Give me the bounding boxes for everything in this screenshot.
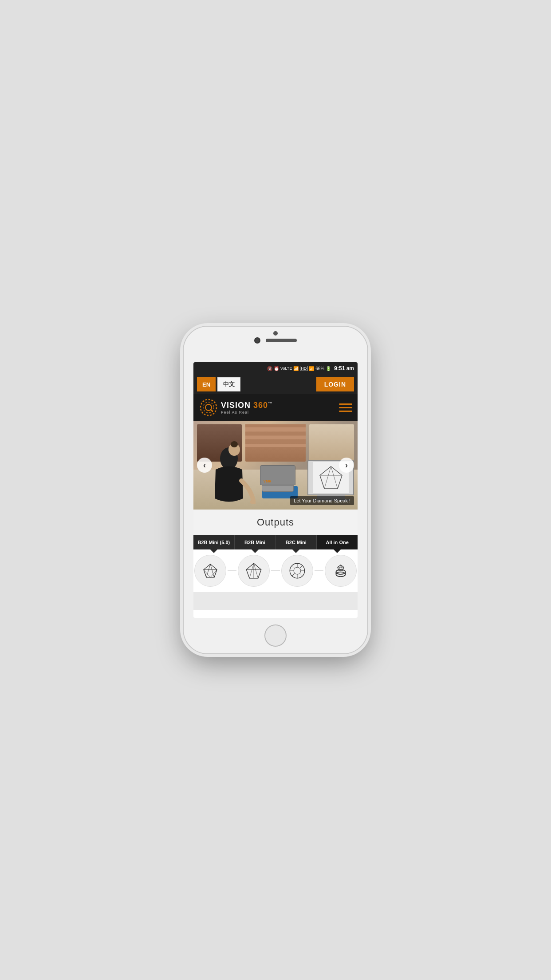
hd-icon: HD [300,366,307,371]
tab-arrow-3 [292,549,299,553]
hamburger-line-2 [339,407,352,408]
mute-icon: 🔇 [267,366,272,371]
diamond-top-icon [287,561,307,581]
outputs-title: Outputs [193,517,358,528]
logo-text: VISION 360™ Feel As Real [221,401,272,415]
lang-zh-button[interactable]: 中文 [217,377,240,391]
hamburger-menu[interactable] [339,403,352,412]
status-icons: 🔇 ⏰ VoLTE 📶 HD 📶 66% 🔋 9:51 am [267,365,354,371]
alarm-icon: ⏰ [274,366,279,371]
svg-line-34 [292,565,295,568]
battery-label: 66% [315,366,324,371]
front-camera [254,337,260,344]
signal-icon: 📶 [309,366,314,371]
svg-line-14 [206,564,210,577]
phone-top [184,327,367,362]
svg-line-22 [246,563,254,569]
svg-line-19 [204,569,206,577]
hamburger-line-3 [339,411,352,412]
prev-arrow-icon: ‹ [203,461,206,470]
home-button[interactable] [264,624,287,647]
brand-name: VISION 360™ [221,401,272,410]
tab-arrow-1 [210,549,217,553]
svg-line-35 [300,573,303,576]
svg-line-15 [210,564,214,577]
svg-point-6 [231,441,238,447]
outputs-section: Outputs B2B Mini (5.0) B2B Mini B2C Mini… [193,510,358,592]
tab-b2b-mini[interactable]: B2B Mini [235,535,276,549]
svg-line-26 [254,563,261,569]
icon-diamond-top[interactable] [281,555,313,587]
time-label: 9:51 am [334,365,354,371]
svg-line-18 [210,569,217,577]
next-arrow-icon: › [345,461,348,470]
tab-arrow-2 [252,549,259,553]
sensor-dot [273,331,278,336]
phone-shell: 🔇 ⏰ VoLTE 📶 HD 📶 66% 🔋 9:51 am EN 中文 LOG… [184,327,367,653]
svg-line-37 [292,573,295,576]
lang-login-bar: EN 中文 LOGIN [193,375,358,394]
connector-1 [228,570,236,571]
icon-diamond-front[interactable] [238,555,270,587]
battery-icon: 🔋 [326,366,331,371]
diamond-side-icon [201,561,220,581]
svg-line-36 [300,565,303,568]
svg-line-17 [204,569,210,577]
nav-bar: VISION 360™ Feel As Real [193,394,358,421]
phone-screen: 🔇 ⏰ VoLTE 📶 HD 📶 66% 🔋 9:51 am EN 中文 LOG… [193,362,358,618]
svg-line-25 [254,563,258,578]
tab-b2b-mini-50[interactable]: B2B Mini (5.0) [193,535,235,549]
status-bar: 🔇 ⏰ VoLTE 📶 HD 📶 66% 🔋 9:51 am [193,362,358,375]
bottom-scroll-area [193,592,358,610]
icon-ring[interactable] [325,555,357,587]
tab-all-in-one[interactable]: All in One [317,535,358,549]
product-tabs: B2B Mini (5.0) B2B Mini B2C Mini All in … [193,535,358,549]
logo-area: VISION 360™ Feel As Real [199,398,272,417]
connector-2 [271,570,280,571]
lang-en-button[interactable]: EN [197,377,216,391]
ring-icon [331,561,350,581]
svg-line-23 [249,563,254,578]
svg-point-29 [294,567,301,574]
phone-bottom [184,618,367,653]
person-figure [202,441,256,510]
icon-diamond-side[interactable] [194,555,226,587]
tab-b2c-mini[interactable]: B2C Mini [276,535,317,549]
login-button[interactable]: LOGIN [316,377,354,391]
icons-row [193,549,358,592]
diamond-front-icon [244,561,264,581]
logo-icon [199,398,218,417]
panel-3 [309,424,354,462]
hero-prev-button[interactable]: ‹ [197,458,212,473]
hero-section: V360 [193,421,358,510]
hero-next-button[interactable]: › [339,458,354,473]
svg-point-7 [250,500,256,504]
hero-caption: Let Your Diamond Speak ! [290,496,354,505]
connector-3 [315,570,323,571]
tab-arrow-4 [334,549,341,553]
earpiece-area [254,337,297,344]
hamburger-line-1 [339,403,352,405]
brand-tagline: Feel As Real [221,410,272,415]
volte-icon: VoLTE [280,366,292,371]
earpiece [266,339,297,342]
lang-buttons: EN 中文 [197,377,240,391]
svg-line-20 [214,569,216,577]
svg-line-3 [211,410,213,411]
wifi-icon: 📶 [293,366,299,371]
scanner-machine: V360 [260,465,295,492]
